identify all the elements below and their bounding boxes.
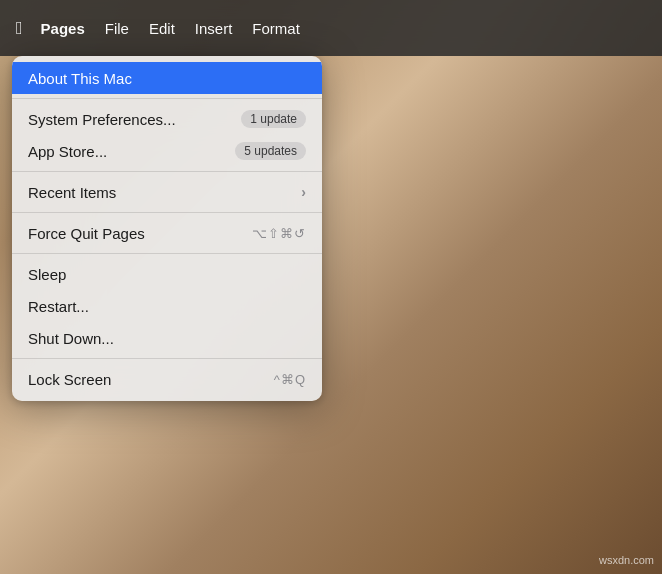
apple-menu-button[interactable]:  xyxy=(8,14,31,43)
menubar-edit[interactable]: Edit xyxy=(139,16,185,41)
lock-screen-right: ^⌘Q xyxy=(274,372,306,387)
force-quit-right: ⌥⇧⌘↺ xyxy=(252,226,306,241)
menu-item-shutdown[interactable]: Shut Down... xyxy=(12,322,322,354)
watermark: wsxdn.com xyxy=(599,554,654,566)
app-store-badge: 5 updates xyxy=(235,142,306,160)
chevron-right-icon: › xyxy=(301,184,306,200)
menu-item-force-quit[interactable]: Force Quit Pages ⌥⇧⌘↺ xyxy=(12,217,322,249)
menu-item-lock-screen[interactable]: Lock Screen ^⌘Q xyxy=(12,363,322,395)
force-quit-shortcut: ⌥⇧⌘↺ xyxy=(252,226,306,241)
apple-dropdown-menu: About This Mac System Preferences... 1 u… xyxy=(12,56,322,401)
menubar-pages[interactable]: Pages xyxy=(31,16,95,41)
menu-item-system-preferences[interactable]: System Preferences... 1 update xyxy=(12,103,322,135)
menu-item-restart[interactable]: Restart... xyxy=(12,290,322,322)
menubar-file[interactable]: File xyxy=(95,16,139,41)
separator-5 xyxy=(12,358,322,359)
apple-icon:  xyxy=(16,18,23,39)
separator-3 xyxy=(12,212,322,213)
separator-2 xyxy=(12,171,322,172)
system-prefs-badge: 1 update xyxy=(241,110,306,128)
app-store-right: 5 updates xyxy=(235,142,306,160)
separator-4 xyxy=(12,253,322,254)
menubar-insert[interactable]: Insert xyxy=(185,16,243,41)
menu-item-about[interactable]: About This Mac xyxy=(12,62,322,94)
recent-items-right: › xyxy=(301,184,306,200)
menubar:  Pages File Edit Insert Format xyxy=(0,0,662,56)
menu-item-recent-items[interactable]: Recent Items › xyxy=(12,176,322,208)
menu-item-app-store[interactable]: App Store... 5 updates xyxy=(12,135,322,167)
system-prefs-right: 1 update xyxy=(241,110,306,128)
menubar-format[interactable]: Format xyxy=(242,16,310,41)
menu-item-sleep[interactable]: Sleep xyxy=(12,258,322,290)
separator-1 xyxy=(12,98,322,99)
lock-screen-shortcut: ^⌘Q xyxy=(274,372,306,387)
